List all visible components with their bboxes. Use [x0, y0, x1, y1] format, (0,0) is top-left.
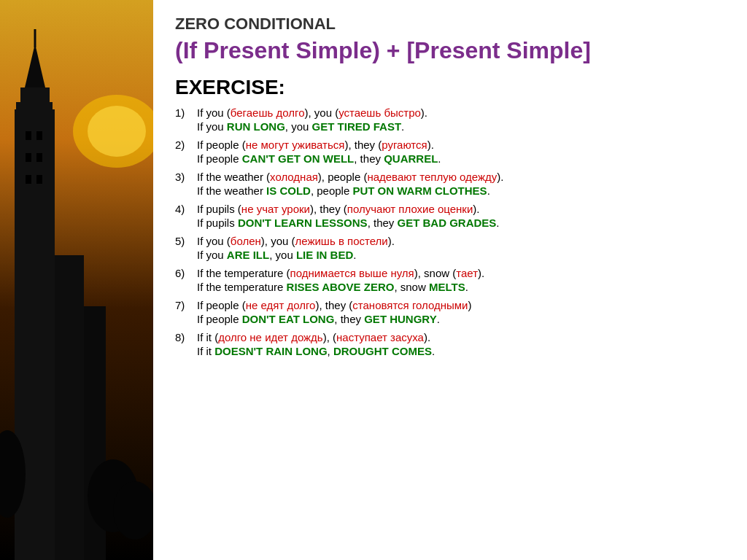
- svg-rect-16: [47, 102, 53, 113]
- svg-rect-9: [26, 153, 31, 162]
- svg-rect-4: [20, 88, 50, 113]
- svg-rect-11: [26, 175, 31, 184]
- exercise-item: If you (болен), you (лежишь в постели).I…: [175, 235, 725, 261]
- exercise-item: If you (бегаешь долго), you (устаешь быс…: [175, 106, 725, 133]
- left-image-panel: [0, 0, 153, 560]
- title-small: ZERO CONDITIONAL: [175, 15, 725, 34]
- title-section: ZERO CONDITIONAL (If Present Simple) + […: [175, 15, 725, 64]
- svg-rect-7: [26, 131, 31, 140]
- exercise-item: If people (не едят долго), they (становя…: [175, 299, 725, 325]
- svg-rect-14: [26, 102, 32, 113]
- content-panel: ZERO CONDITIONAL (If Present Simple) + […: [153, 0, 747, 560]
- svg-rect-15: [36, 102, 42, 113]
- exercise-header: EXERCISE:: [175, 76, 725, 99]
- svg-rect-8: [36, 131, 42, 140]
- exercise-item: If the temperature (поднимается выше нул…: [175, 267, 725, 293]
- exercise-list: If you (бегаешь долго), you (устаешь быс…: [175, 106, 725, 363]
- title-large: (If Present Simple) + [Present Simple]: [175, 36, 725, 64]
- svg-rect-12: [36, 175, 42, 184]
- exercise-item: If it (долго не идет дождь), (наступает …: [175, 331, 725, 357]
- svg-rect-17: [55, 255, 84, 560]
- exercise-item: If people (не могут уживаться), they (ру…: [175, 139, 725, 165]
- svg-rect-10: [36, 153, 42, 162]
- exercise-item: If pupils (не учат уроки), they (получаю…: [175, 203, 725, 229]
- svg-rect-13: [16, 102, 22, 113]
- svg-point-2: [88, 106, 146, 157]
- exercise-item: If the weather (холодная), people (надев…: [175, 171, 725, 197]
